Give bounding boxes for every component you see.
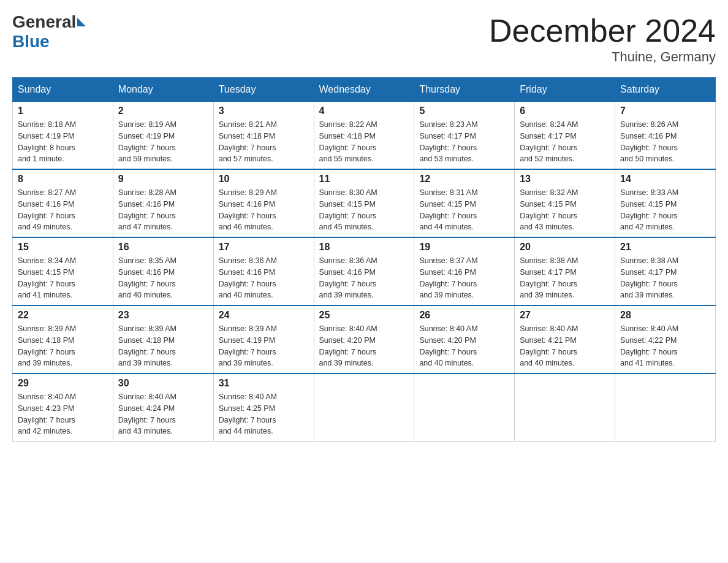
day-info: Sunrise: 8:23 AMSunset: 4:17 PMDaylight:…	[419, 119, 509, 165]
calendar-week-row: 15Sunrise: 8:34 AMSunset: 4:15 PMDayligh…	[13, 237, 716, 305]
header-friday: Friday	[515, 78, 615, 102]
calendar-cell: 19Sunrise: 8:37 AMSunset: 4:16 PMDayligh…	[414, 237, 515, 305]
day-number: 19	[419, 242, 509, 253]
calendar-cell: 7Sunrise: 8:26 AMSunset: 4:16 PMDaylight…	[615, 102, 716, 170]
day-info: Sunrise: 8:40 AMSunset: 4:22 PMDaylight:…	[620, 323, 710, 369]
calendar-cell: 18Sunrise: 8:36 AMSunset: 4:16 PMDayligh…	[314, 237, 414, 305]
day-info: Sunrise: 8:40 AMSunset: 4:25 PMDaylight:…	[219, 391, 309, 437]
day-info: Sunrise: 8:24 AMSunset: 4:17 PMDaylight:…	[520, 119, 610, 165]
calendar-week-row: 1Sunrise: 8:18 AMSunset: 4:19 PMDaylight…	[13, 102, 716, 170]
day-number: 10	[219, 174, 309, 185]
day-info: Sunrise: 8:39 AMSunset: 4:18 PMDaylight:…	[118, 323, 208, 369]
calendar-cell: 15Sunrise: 8:34 AMSunset: 4:15 PMDayligh…	[13, 237, 113, 305]
day-info: Sunrise: 8:21 AMSunset: 4:18 PMDaylight:…	[219, 119, 309, 165]
day-info: Sunrise: 8:40 AMSunset: 4:21 PMDaylight:…	[520, 323, 610, 369]
calendar-cell: 17Sunrise: 8:36 AMSunset: 4:16 PMDayligh…	[213, 237, 314, 305]
page-header: General Blue December 2024 Thuine, Germa…	[12, 12, 716, 65]
day-info: Sunrise: 8:22 AMSunset: 4:18 PMDaylight:…	[319, 119, 409, 165]
calendar-cell: 31Sunrise: 8:40 AMSunset: 4:25 PMDayligh…	[213, 373, 314, 442]
location-label: Thuine, Germany	[489, 49, 716, 65]
day-number: 15	[18, 242, 108, 253]
calendar-cell: 11Sunrise: 8:30 AMSunset: 4:15 PMDayligh…	[314, 169, 414, 237]
day-number: 2	[118, 105, 208, 117]
day-number: 26	[419, 310, 509, 321]
header-saturday: Saturday	[615, 78, 716, 102]
calendar-cell: 10Sunrise: 8:29 AMSunset: 4:16 PMDayligh…	[213, 169, 314, 237]
calendar-week-row: 22Sunrise: 8:39 AMSunset: 4:18 PMDayligh…	[13, 305, 716, 373]
calendar-cell: 12Sunrise: 8:31 AMSunset: 4:15 PMDayligh…	[414, 169, 515, 237]
logo-triangle-icon	[77, 18, 86, 26]
day-info: Sunrise: 8:35 AMSunset: 4:16 PMDaylight:…	[118, 255, 208, 301]
day-number: 21	[620, 242, 710, 253]
calendar-cell: 22Sunrise: 8:39 AMSunset: 4:18 PMDayligh…	[13, 305, 113, 373]
calendar-cell	[314, 373, 414, 442]
day-number: 7	[620, 105, 710, 117]
day-info: Sunrise: 8:40 AMSunset: 4:24 PMDaylight:…	[118, 391, 208, 437]
day-info: Sunrise: 8:32 AMSunset: 4:15 PMDaylight:…	[520, 187, 610, 233]
calendar-cell: 24Sunrise: 8:39 AMSunset: 4:19 PMDayligh…	[213, 305, 314, 373]
day-info: Sunrise: 8:33 AMSunset: 4:15 PMDaylight:…	[620, 187, 710, 233]
title-section: December 2024 Thuine, Germany	[489, 12, 716, 65]
day-info: Sunrise: 8:37 AMSunset: 4:16 PMDaylight:…	[419, 255, 509, 301]
day-number: 1	[18, 105, 108, 117]
calendar-cell: 21Sunrise: 8:38 AMSunset: 4:17 PMDayligh…	[615, 237, 716, 305]
calendar-cell: 26Sunrise: 8:40 AMSunset: 4:20 PMDayligh…	[414, 305, 515, 373]
header-sunday: Sunday	[13, 78, 113, 102]
day-info: Sunrise: 8:18 AMSunset: 4:19 PMDaylight:…	[18, 119, 108, 165]
day-info: Sunrise: 8:36 AMSunset: 4:16 PMDaylight:…	[319, 255, 409, 301]
day-number: 8	[18, 174, 108, 185]
day-number: 25	[319, 310, 409, 321]
day-info: Sunrise: 8:28 AMSunset: 4:16 PMDaylight:…	[118, 187, 208, 233]
day-info: Sunrise: 8:29 AMSunset: 4:16 PMDaylight:…	[219, 187, 309, 233]
calendar-cell: 25Sunrise: 8:40 AMSunset: 4:20 PMDayligh…	[314, 305, 414, 373]
day-number: 12	[419, 174, 509, 185]
day-info: Sunrise: 8:40 AMSunset: 4:20 PMDaylight:…	[319, 323, 409, 369]
day-number: 29	[18, 378, 108, 389]
day-info: Sunrise: 8:34 AMSunset: 4:15 PMDaylight:…	[18, 255, 108, 301]
calendar-cell: 9Sunrise: 8:28 AMSunset: 4:16 PMDaylight…	[113, 169, 213, 237]
day-number: 28	[620, 310, 710, 321]
day-number: 16	[118, 242, 208, 253]
header-thursday: Thursday	[414, 78, 515, 102]
day-info: Sunrise: 8:38 AMSunset: 4:17 PMDaylight:…	[620, 255, 710, 301]
calendar-cell: 16Sunrise: 8:35 AMSunset: 4:16 PMDayligh…	[113, 237, 213, 305]
day-info: Sunrise: 8:39 AMSunset: 4:19 PMDaylight:…	[219, 323, 309, 369]
day-number: 30	[118, 378, 208, 389]
header-monday: Monday	[113, 78, 213, 102]
day-number: 24	[219, 310, 309, 321]
calendar-cell: 1Sunrise: 8:18 AMSunset: 4:19 PMDaylight…	[13, 102, 113, 170]
day-info: Sunrise: 8:26 AMSunset: 4:16 PMDaylight:…	[620, 119, 710, 165]
calendar-cell: 20Sunrise: 8:38 AMSunset: 4:17 PMDayligh…	[515, 237, 615, 305]
calendar-cell: 6Sunrise: 8:24 AMSunset: 4:17 PMDaylight…	[515, 102, 615, 170]
day-info: Sunrise: 8:19 AMSunset: 4:19 PMDaylight:…	[118, 119, 208, 165]
calendar-cell: 27Sunrise: 8:40 AMSunset: 4:21 PMDayligh…	[515, 305, 615, 373]
weekday-header-row: Sunday Monday Tuesday Wednesday Thursday…	[13, 78, 716, 102]
day-number: 27	[520, 310, 610, 321]
calendar-cell: 5Sunrise: 8:23 AMSunset: 4:17 PMDaylight…	[414, 102, 515, 170]
calendar-cell	[615, 373, 716, 442]
month-title: December 2024	[489, 12, 716, 49]
calendar-week-row: 8Sunrise: 8:27 AMSunset: 4:16 PMDaylight…	[13, 169, 716, 237]
day-number: 11	[319, 174, 409, 185]
day-info: Sunrise: 8:40 AMSunset: 4:23 PMDaylight:…	[18, 391, 108, 437]
calendar-cell: 23Sunrise: 8:39 AMSunset: 4:18 PMDayligh…	[113, 305, 213, 373]
day-info: Sunrise: 8:30 AMSunset: 4:15 PMDaylight:…	[319, 187, 409, 233]
calendar-cell: 14Sunrise: 8:33 AMSunset: 4:15 PMDayligh…	[615, 169, 716, 237]
day-number: 3	[219, 105, 309, 117]
day-number: 6	[520, 105, 610, 117]
day-number: 20	[520, 242, 610, 253]
day-number: 17	[219, 242, 309, 253]
calendar-cell	[515, 373, 615, 442]
day-number: 23	[118, 310, 208, 321]
header-tuesday: Tuesday	[213, 78, 314, 102]
day-info: Sunrise: 8:40 AMSunset: 4:20 PMDaylight:…	[419, 323, 509, 369]
day-number: 14	[620, 174, 710, 185]
calendar-cell: 2Sunrise: 8:19 AMSunset: 4:19 PMDaylight…	[113, 102, 213, 170]
day-info: Sunrise: 8:31 AMSunset: 4:15 PMDaylight:…	[419, 187, 509, 233]
day-number: 13	[520, 174, 610, 185]
day-number: 5	[419, 105, 509, 117]
calendar-cell: 28Sunrise: 8:40 AMSunset: 4:22 PMDayligh…	[615, 305, 716, 373]
calendar-cell: 29Sunrise: 8:40 AMSunset: 4:23 PMDayligh…	[13, 373, 113, 442]
calendar-cell	[414, 373, 515, 442]
logo-blue-text: Blue	[12, 32, 50, 52]
